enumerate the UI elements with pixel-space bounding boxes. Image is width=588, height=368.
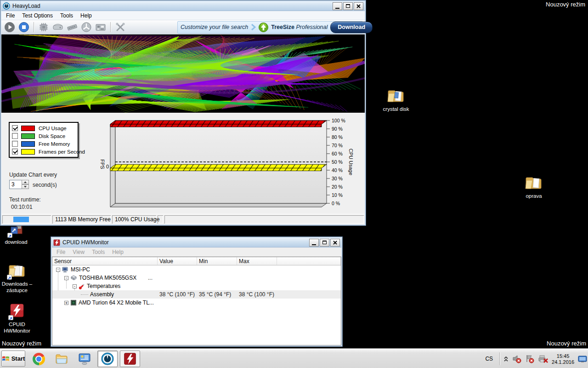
spin-up-button[interactable] [22,180,29,184]
gpu-test-icon[interactable] [94,21,107,33]
desktop-icon-downloads-shortcut[interactable]: Downloads – zástupce [0,262,39,293]
legend-row-free-memory: Free Memory [12,140,75,148]
language-indicator[interactable]: CS [482,356,496,362]
cpu-usage-status: 100% CPU Usage [112,215,156,224]
svg-text:30 %: 30 % [332,176,343,181]
taskbar-chrome-icon[interactable] [28,351,49,367]
menu-file[interactable]: File [53,248,69,256]
gauge-test-icon[interactable] [80,21,93,33]
maximize-button[interactable] [343,2,353,10]
legend-label: CPU Usage [39,126,67,131]
show-hidden-icons-chevron[interactable] [503,356,509,362]
clock-time: 15:45 [552,353,574,359]
tools-icon[interactable] [114,21,127,33]
heavyload-titlebar[interactable]: HeavyLoad [1,1,365,11]
volume-muted-icon[interactable] [512,354,521,363]
legend-label: Disk Space [39,133,65,139]
svg-text:80 %: 80 % [332,134,343,140]
start-label: Start [11,355,25,362]
window-title: CPUID HWMonitor [62,239,307,246]
toolbar-separator [34,22,34,32]
minimize-button[interactable] [333,2,342,10]
taskbar-clock[interactable]: 15:45 24.1.2016 [552,353,574,365]
desktop-icon-crystal-disk[interactable]: crystal disk [374,87,418,112]
desktop-icon-oprava[interactable]: oprava [512,174,556,199]
fps-checkbox[interactable] [12,149,18,155]
taskbar-explorer-icon[interactable] [51,351,72,367]
tree-row-assembly[interactable]: Assembly 38 °C (100 °F) 35 °C (94 °F) 38… [52,290,341,299]
maximize-button[interactable] [320,239,329,247]
interval-unit-label: second(s) [33,182,57,188]
hwmonitor-window: CPUID HWMonitor File View Tools Help Sen… [51,236,343,347]
column-min[interactable]: Min [197,257,237,265]
memory-test-icon[interactable] [66,21,79,33]
minimize-button[interactable] [309,239,319,247]
column-value[interactable]: Value [158,257,197,265]
folder-shortcut-icon [8,262,26,279]
treesize-ad-banner[interactable]: Customize your file search TreeSize Prof… [177,21,363,34]
cpu-usage-checkbox[interactable] [12,125,18,131]
icon-label: crystal disk [374,106,418,112]
icon-label: Downloads – zástupce [0,281,39,293]
tree-row-toshiba[interactable]: - TOSHIBA MK5055GSX ... [52,274,341,282]
hwmonitor-app-icon [53,239,60,246]
tree-row-temperatures[interactable]: - Temperatures [52,282,341,290]
menu-file[interactable]: File [2,12,18,20]
fps-zero-tick: 0 [106,164,109,169]
fps-ribbon [110,164,327,171]
folder-icon [387,87,405,104]
close-button[interactable] [354,2,363,10]
disk-test-icon[interactable] [51,21,64,33]
device-error-icon[interactable] [538,354,548,363]
fps-axis-title: FPS [100,159,105,169]
runtime-label: Test runtime: [9,196,41,203]
menu-help[interactable]: Help [108,248,127,256]
heavyload-toolbar: Customize your file search TreeSize Prof… [1,20,365,34]
menu-test-options[interactable]: Test Options [18,12,57,20]
interval-input[interactable] [9,180,22,189]
svg-text:100 %: 100 % [332,118,345,123]
collapse-toggle[interactable]: - [73,284,77,288]
start-test-button[interactable] [3,21,16,33]
action-center-flag-icon[interactable] [525,354,534,363]
taskbar-heavyload-button[interactable] [97,351,118,367]
ad-tagline: Customize your file search [181,24,248,30]
download-button[interactable]: Download [330,22,373,33]
collapse-toggle[interactable]: - [64,276,68,280]
disk-space-checkbox[interactable] [12,133,18,139]
column-sensor[interactable]: Sensor [52,257,158,265]
taskbar-hwmonitor-button[interactable] [120,351,140,367]
tree-row-msi-pc[interactable]: - MSI-PC [52,265,341,274]
heavyload-control-panel: CPU Usage Disk Space Free Memory Frames … [1,113,365,214]
show-desktop-monitor-icon[interactable] [578,355,587,363]
cpu-test-icon[interactable] [37,21,50,33]
fps-swatch [21,149,35,155]
free-memory-checkbox[interactable] [12,141,18,147]
desktop-icon-hwmonitor-shortcut[interactable]: CPUID HWMonitor [0,303,39,334]
start-button[interactable]: Start [1,351,25,367]
expand-toggle[interactable]: + [64,301,68,305]
menu-help[interactable]: Help [77,12,96,20]
column-max[interactable]: Max [237,257,277,265]
spin-down-button[interactable] [22,184,29,189]
tree-row-amd-cpu[interactable]: + AMD Turion 64 X2 Mobile TL... [52,299,341,307]
graphics-canvas [1,34,365,113]
heavyload-window: HeavyLoad File Test Options Tools Help [0,0,366,226]
windows-logo-icon [2,355,10,362]
svg-text:10 %: 10 % [332,192,343,198]
chart-legend: CPU Usage Disk Space Free Memory Frames … [9,122,79,158]
menu-tools[interactable]: Tools [57,12,77,20]
svg-text:0 %: 0 % [332,201,340,206]
tree-extra: ... [148,275,153,281]
menu-view[interactable]: View [69,248,88,256]
stop-test-button[interactable] [17,21,30,33]
close-button[interactable] [330,239,340,247]
shortcut-arrow-icon [8,315,13,320]
assembly-max: 38 °C (100 °F) [239,291,274,298]
safe-mode-label-top-right: Nouzový režim [546,1,585,8]
hwmonitor-titlebar[interactable]: CPUID HWMonitor [52,238,341,247]
heavyload-statusbar: 1113 MB Memory Free 100% CPU Usage [1,214,365,224]
collapse-toggle[interactable]: - [56,268,60,272]
taskbar-display-settings-icon[interactable] [74,351,95,367]
menu-tools[interactable]: Tools [88,248,108,256]
